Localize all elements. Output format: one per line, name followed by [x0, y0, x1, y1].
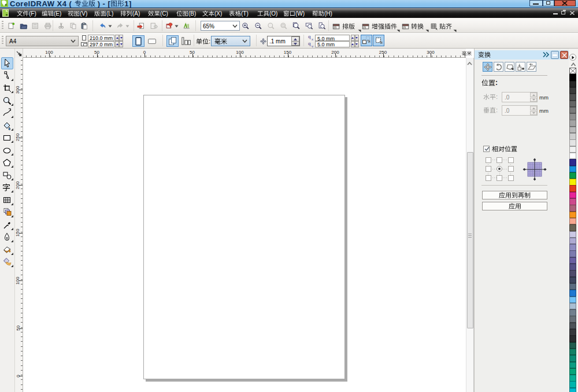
- svg-text:q: q: [308, 34, 310, 39]
- svg-text:x: x: [312, 38, 313, 40]
- svg-text:q: q: [308, 41, 310, 46]
- svg-text:y: y: [312, 45, 313, 47]
